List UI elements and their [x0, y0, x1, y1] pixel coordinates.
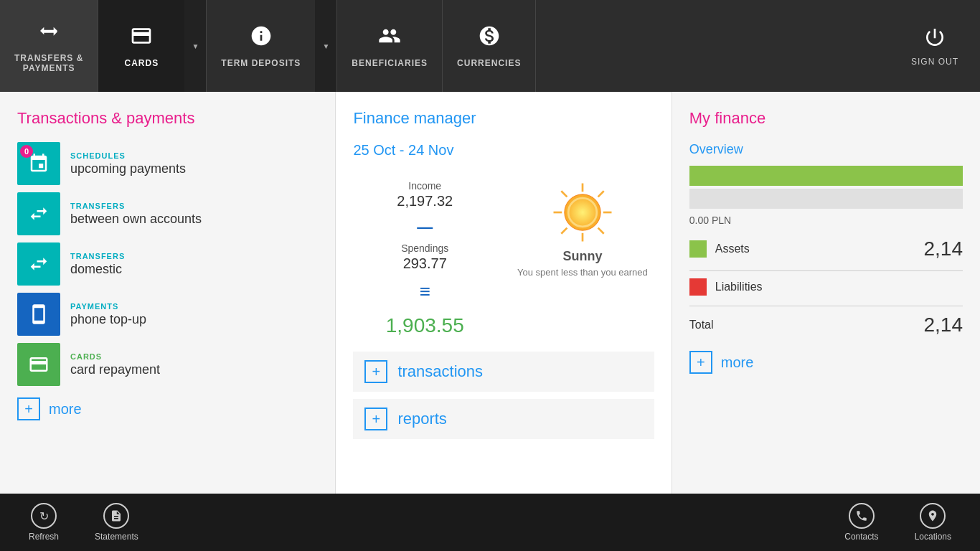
transactions-title: Transactions & payments [17, 109, 318, 128]
reports-action[interactable]: + reports [353, 399, 654, 439]
svg-line-6 [598, 191, 604, 197]
transfers-icon [37, 19, 60, 47]
assets-bar [689, 166, 963, 186]
svg-line-4 [561, 191, 567, 197]
progress-bars [689, 166, 963, 209]
finance-title: Finance manager [353, 109, 654, 128]
finance-body: Income 2,197.32 — Spendings 293.77 ≡ 1,9… [353, 173, 654, 337]
statements-icon [103, 503, 129, 529]
finance-calculator: Income 2,197.32 — Spendings 293.77 ≡ 1,9… [353, 173, 496, 337]
nav-group-cards: CARDS ▼ [98, 0, 207, 92]
domestic-name: domestic [70, 262, 318, 277]
phone-topup-text: PAYMENTS phone top-up [70, 302, 318, 327]
nav-item-beneficiaries[interactable]: BENEFICIARIES [337, 0, 442, 92]
between-category: TRANSFERS [70, 202, 318, 210]
list-item-phone-topup[interactable]: PAYMENTS phone top-up [17, 293, 318, 336]
liabilities-row: Liabilities [689, 278, 963, 296]
list-item-card-repayment[interactable]: CARDS card repayment [17, 343, 318, 386]
liabilities-label: Liabilities [715, 281, 963, 293]
bottom-locations[interactable]: Locations [900, 503, 966, 542]
income-value: 2,197.32 [397, 193, 453, 209]
bottom-bar: ↻ Refresh Statements Contacts Locations [0, 494, 980, 551]
domestic-text: TRANSFERS domestic [70, 252, 318, 277]
my-finance-more-link[interactable]: + more [689, 351, 963, 374]
list-item-domestic[interactable]: TRANSFERS domestic [17, 242, 318, 286]
cards-dropdown[interactable]: ▼ [184, 0, 206, 92]
bottom-statements[interactable]: Statements [80, 503, 153, 542]
transactions-plus-icon: + [364, 360, 387, 383]
refresh-icon: ↻ [31, 503, 57, 529]
term-deposits-label: TERM DEPOSITS [221, 58, 301, 68]
total-label: Total [689, 319, 924, 331]
weather-widget: Sunny You spent less than you earned [511, 173, 654, 278]
minus-sign: — [417, 218, 433, 237]
transactions-action[interactable]: + transactions [353, 352, 654, 392]
signout-icon [923, 26, 946, 51]
result-value: 1,903.55 [386, 314, 464, 337]
between-accounts-text: TRANSFERS between own accounts [70, 202, 318, 227]
term-deposits-dropdown[interactable]: ▼ [315, 0, 336, 92]
nav-item-term-deposits[interactable]: TERM DEPOSITS [207, 0, 315, 92]
divider-2 [689, 306, 963, 306]
svg-point-8 [565, 194, 600, 230]
upcoming-category: SCHEDULES [70, 151, 318, 160]
assets-color-box [689, 240, 707, 258]
card-repayment-text: CARDS card repayment [70, 352, 318, 377]
main-content: Transactions & payments 0 SCHEDULES upco… [0, 92, 980, 494]
locations-label: Locations [915, 532, 951, 542]
pln-amount: 0.00 PLN [689, 215, 963, 226]
spendings-value: 293.77 [403, 255, 447, 272]
nav-item-signout[interactable]: SIGN OUT [890, 0, 980, 92]
list-item-upcoming-payments[interactable]: 0 SCHEDULES upcoming payments [17, 142, 318, 185]
nav-item-transfers[interactable]: TRANSFERS & PAYMENTS [0, 0, 98, 92]
equals-sign: ≡ [420, 281, 430, 303]
term-deposits-icon [250, 24, 273, 52]
between-name: between own accounts [70, 212, 318, 227]
transactions-more-link[interactable]: + more [17, 397, 318, 420]
bottom-contacts[interactable]: Contacts [830, 503, 892, 542]
list-item-between-accounts[interactable]: TRANSFERS between own accounts [17, 192, 318, 235]
phone-name: phone top-up [70, 312, 318, 327]
signout-label: SIGN OUT [911, 57, 958, 67]
nav-item-cards[interactable]: CARDS [98, 0, 184, 92]
liabilities-bar [689, 189, 963, 209]
bottom-refresh[interactable]: ↻ Refresh [14, 503, 73, 542]
assets-row: Assets 2,14 [689, 237, 963, 260]
between-accounts-icon [17, 192, 60, 235]
cards-label: CARDS [125, 58, 159, 68]
spendings-label: Spendings [401, 242, 448, 254]
reports-action-label: reports [397, 410, 446, 428]
contacts-label: Contacts [844, 532, 878, 542]
transfers-label: TRANSFERS & PAYMENTS [14, 53, 83, 73]
contacts-icon [849, 503, 875, 529]
nav-group-term-deposits: TERM DEPOSITS ▼ [207, 0, 337, 92]
upcoming-payments-icon: 0 [17, 142, 60, 185]
cards-name: card repayment [70, 362, 318, 377]
reports-plus-icon: + [364, 408, 387, 430]
weather-desc: You spent less than you earned [517, 267, 648, 278]
sun-icon [550, 180, 615, 245]
refresh-label: Refresh [29, 532, 59, 542]
nav-item-currencies[interactable]: CURRENCIES [443, 0, 535, 92]
beneficiaries-label: BENEFICIARIES [352, 58, 428, 68]
my-finance-plus-icon: + [689, 351, 712, 374]
locations-icon [920, 503, 946, 529]
cards-category: CARDS [70, 352, 318, 361]
card-repayment-icon [17, 343, 60, 386]
beneficiaries-icon [378, 24, 401, 52]
svg-line-7 [561, 228, 567, 234]
transactions-action-label: transactions [397, 362, 483, 381]
currencies-label: CURRENCIES [457, 58, 521, 68]
liabilities-color-box [689, 278, 707, 296]
assets-label: Assets [715, 242, 924, 255]
income-label: Income [408, 180, 441, 192]
my-finance-panel: My finance Overview 0.00 PLN Assets 2,14… [672, 92, 980, 494]
nav-group-currencies: CURRENCIES [443, 0, 536, 92]
assets-value: 2,14 [924, 237, 963, 260]
upcoming-name: upcoming payments [70, 161, 318, 176]
finance-manager-panel: Finance manager 25 Oct - 24 Nov Income 2… [336, 92, 672, 494]
statements-label: Statements [95, 532, 138, 542]
nav-group-beneficiaries: BENEFICIARIES [337, 0, 443, 92]
more-plus-icon: + [17, 397, 40, 420]
upcoming-badge: 0 [20, 145, 33, 158]
